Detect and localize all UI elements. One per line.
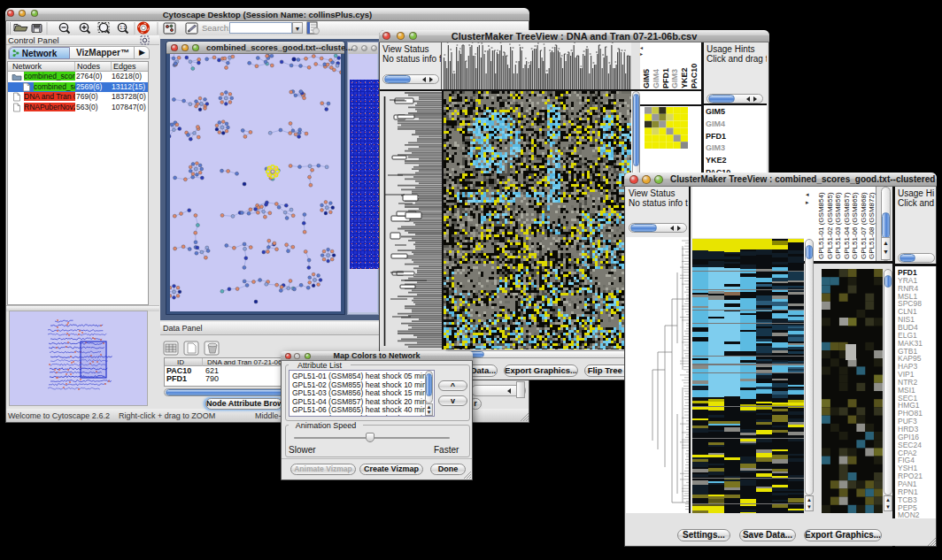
- svg-text:Search:: Search:: [202, 23, 231, 33]
- svg-text:1:1: 1:1: [120, 25, 126, 30]
